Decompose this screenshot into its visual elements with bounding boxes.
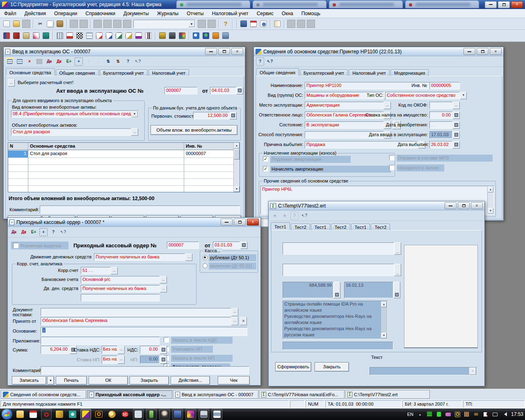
invest-kind-combobox[interactable]: 08.4 (Приобретение отдельных объектов ос… (11, 110, 138, 118)
taskbar-teal-app[interactable] (67, 409, 78, 420)
object-field[interactable]: Стол для раскроя (11, 128, 131, 136)
taskbar-opera[interactable]: O (41, 409, 52, 420)
ok-button[interactable]: ОК (89, 376, 128, 385)
flow2-select-button[interactable]: ... (160, 285, 167, 292)
toolbar2-button-11[interactable] (104, 31, 114, 41)
flow2-field[interactable]: Получение наличных из банка (81, 285, 160, 292)
maximize-button[interactable] (477, 48, 488, 55)
print-button[interactable]: Печать (56, 376, 87, 385)
ert-close-button[interactable]: Закрыть (315, 362, 349, 372)
calendar-picker-button[interactable] (240, 242, 247, 249)
cut-button[interactable]: ✂ (35, 19, 45, 29)
maximize-button[interactable] (458, 202, 470, 209)
inv-field[interactable]: 00000005 (429, 82, 460, 89)
type-combobox[interactable]: Собственное основное средство (385, 92, 460, 99)
context-help-button[interactable]: ↖? (266, 57, 274, 66)
ert-white-list[interactable] (404, 245, 478, 348)
vat-rate-select-button[interactable]: ... (118, 346, 125, 354)
tray-shoe-icon[interactable] (445, 411, 451, 417)
menu-service[interactable]: Сервис (253, 11, 278, 16)
start-button[interactable] (2, 409, 12, 420)
move-dim-button[interactable]: Е+ (30, 228, 38, 236)
object-select-button[interactable]: ... (131, 128, 138, 136)
ert-field2-select-button[interactable]: ... (394, 264, 401, 276)
close-dialog-button[interactable]: Закрыть (130, 376, 169, 385)
scroll-up-icon[interactable]: ▲ (234, 143, 240, 148)
tab-test2a[interactable]: Тест2 (291, 224, 310, 231)
buy-date-calendar-button[interactable] (453, 121, 460, 129)
text-combobox[interactable] (370, 367, 477, 375)
toolbar2-button-12[interactable] (114, 31, 124, 41)
row-inv-cell[interactable]: 00000007 (184, 151, 233, 158)
ert-titlebar[interactable]: Σ C:\Temp\V77\test2.ert × (269, 201, 484, 210)
context-help-button[interactable]: ↖? (59, 228, 67, 236)
list-item[interactable]: Руководство декомпилятора Hex-Rays на ан… (284, 313, 380, 326)
tab-test2b[interactable]: Тест2 (331, 224, 350, 231)
calendar-picker-button[interactable] (236, 87, 243, 94)
tab-test2c[interactable]: Тест2 (371, 224, 390, 231)
minimize-button[interactable] (221, 219, 233, 226)
delete-row-button[interactable]: × (25, 57, 34, 66)
check-button[interactable]: Чек (218, 376, 250, 385)
menu-operations[interactable]: Операции (50, 11, 81, 16)
toolbar2-button-3[interactable] (21, 31, 31, 41)
out-date-field[interactable]: 26.03.02 (429, 141, 452, 148)
close-button[interactable]: × (471, 202, 483, 209)
language-indicator[interactable]: EN (407, 412, 413, 417)
okof-select-button[interactable]: ... (453, 102, 460, 109)
tab-test1c[interactable]: Тест1 (351, 224, 370, 231)
insert-grid-button[interactable]: + (75, 57, 83, 66)
toolbar2-button-13[interactable] (124, 31, 134, 41)
scroll-down-icon[interactable]: ▼ (488, 208, 493, 214)
rub-radio[interactable] (203, 255, 208, 260)
toolbar2-button-2[interactable] (11, 31, 21, 41)
pledge-checkbox[interactable] (389, 165, 395, 170)
taskbar-magnifier[interactable] (107, 409, 117, 420)
np-field[interactable]: 0.00 (140, 356, 160, 364)
asset-titlebar[interactable]: Сведения об основном средстве:Принтер HP… (254, 47, 503, 56)
ert-amount-field[interactable]: 684,588.99 (283, 282, 333, 298)
taskbar-explorer[interactable] (15, 409, 25, 420)
app-minimize-button[interactable] (485, 1, 497, 8)
tab-general[interactable]: Общие сведения (56, 69, 99, 76)
macro1-button[interactable]: ∩ (271, 212, 279, 220)
help-button[interactable]: ? (124, 57, 132, 66)
depreciable-checkbox[interactable]: ✓ (263, 156, 268, 162)
clock[interactable]: 17:53 (511, 411, 523, 417)
buy-date-field[interactable]: . . (429, 121, 452, 129)
dk-off-button[interactable]: Дк (10, 228, 18, 236)
toolbar2-button-15[interactable] (144, 31, 153, 41)
new-button[interactable] (2, 19, 11, 29)
menu-help[interactable]: Помощь (297, 11, 324, 16)
comment-field[interactable] (41, 366, 249, 374)
table-scrollbar[interactable]: ▲ ▼ (233, 143, 240, 192)
select-account-button[interactable]: ... (8, 79, 15, 87)
save-menu-button[interactable]: ▼ (47, 376, 54, 385)
vat-calc-button[interactable] (160, 346, 167, 354)
use-date-calendar-button[interactable] (453, 131, 460, 139)
tab-test1a[interactable]: Тест1 (271, 222, 290, 231)
scroll-thumb[interactable] (234, 149, 240, 160)
tax-calc-button[interactable] (453, 112, 460, 119)
ert-date-calendar-button[interactable] (393, 282, 400, 298)
quick-select-combobox[interactable]: ▼ (133, 20, 196, 28)
sort-asc-button[interactable]: ⇅ (104, 57, 112, 66)
taskbar-calculator[interactable] (133, 409, 144, 420)
toolbar2-button-8[interactable] (75, 31, 84, 41)
paste-button[interactable] (55, 19, 65, 29)
assets-table[interactable]: N Основные средства Инв. № 1 Стол для ра… (8, 142, 240, 192)
menu-reports[interactable]: Отчеты (183, 11, 208, 16)
tray-agent-icon[interactable] (436, 411, 442, 417)
calculator-button[interactable] (239, 19, 249, 29)
copy-row-button[interactable] (16, 57, 24, 66)
ert-field1-select-button[interactable]: ... (394, 242, 401, 255)
toolbar2-button-9[interactable] (84, 31, 94, 41)
toolbar2-button-10[interactable] (94, 31, 104, 41)
tray-grid-icon[interactable] (427, 411, 432, 417)
analytics-empty-field[interactable] (81, 294, 160, 301)
toolbar2-button-16[interactable] (158, 31, 167, 41)
appendix-field[interactable] (41, 337, 160, 345)
calculator-picker-button[interactable] (230, 112, 237, 119)
help-button[interactable]: ? (221, 19, 231, 29)
toolbar2-button-21[interactable] (211, 31, 221, 41)
